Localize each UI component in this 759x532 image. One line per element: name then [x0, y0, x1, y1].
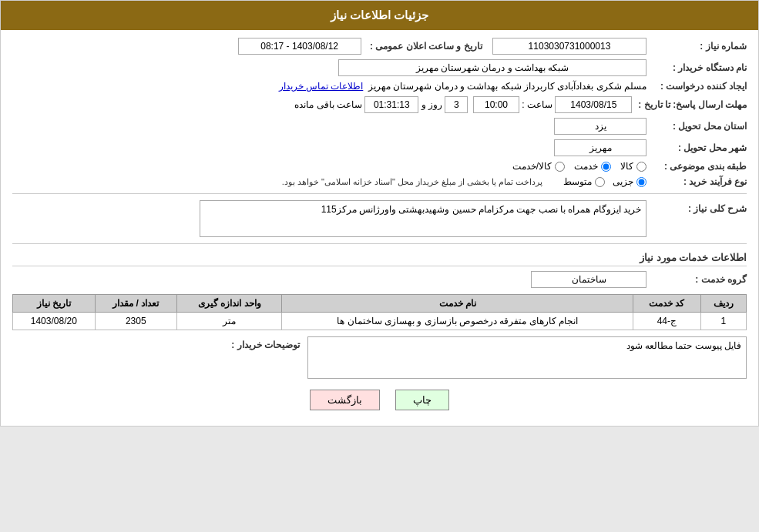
td-kod-khadamat: ج-44 — [633, 313, 701, 330]
page-header: جزئیات اطلاعات نیاز — [1, 1, 758, 30]
mohlat-saat-label: ساعت : — [522, 99, 552, 110]
sharh-value: خرید ایزوگام همراه با نصب جهت مرکزامام ح… — [321, 204, 641, 215]
row-mohlat: مهلت ارسال پاسخ: تا تاریخ : 1403/08/15 س… — [12, 96, 747, 113]
ijad-konande-label: ایجاد کننده درخواست : — [646, 81, 747, 92]
radio-mottavaset-label: متوسط — [563, 176, 592, 187]
tawzihat-box: فایل پیوست حتما مطالعه شود — [307, 336, 747, 379]
nooe-farayand-label: نوع فرآیند خرید : — [646, 176, 747, 187]
shahr-value: مهریز — [554, 139, 646, 156]
mohlat-saat-value: 10:00 — [473, 96, 519, 113]
khadamat-table: ردیف کد خدمت نام خدمت واحد اندازه گیری ت… — [12, 294, 747, 330]
row-tabaqe: طبقه بندی موضوعی : کالا خدمت کالا/خدمت — [12, 161, 747, 172]
table-head: ردیف کد خدمت نام خدمت واحد اندازه گیری ت… — [13, 295, 747, 313]
shahr-label: شهر محل تحویل : — [646, 142, 747, 153]
mohlat-label: مهلت ارسال پاسخ: تا تاریخ : — [632, 99, 747, 110]
radio-kala-khadamat-label: کالا/خدمت — [512, 161, 552, 172]
divider1 — [12, 193, 747, 194]
radio-khadamat-label: خدمت — [574, 161, 598, 172]
sharh-label: شرح کلی نیاز : — [646, 200, 747, 214]
mohlat-saat-mande-label: ساعت باقی مانده — [294, 99, 362, 110]
radio-khadamat-input[interactable] — [601, 162, 611, 172]
th-kod-khadamat: کد خدمت — [633, 295, 701, 313]
row-sharh: شرح کلی نیاز : خرید ایزوگام همراه با نصب… — [12, 200, 747, 237]
print-button[interactable]: چاپ — [395, 390, 449, 410]
tawzihat-value: فایل پیوست حتما مطالعه شود — [626, 340, 741, 351]
type-row: جزیی متوسط پرداخت تمام یا بخشی از مبلغ خ… — [282, 176, 646, 187]
td-name-khadamat: انجام کارهای متفرقه درخصوص بازسازی و بهس… — [282, 313, 633, 330]
th-name-khadamat: نام خدمت — [282, 295, 633, 313]
radio-mottavaset-input[interactable] — [595, 177, 605, 187]
mohlat-date: 1403/08/15 — [555, 96, 632, 113]
row-grooh-khadamat: گروه خدمت : ساختمان — [12, 271, 747, 288]
radio-mottavaset-item: متوسط — [563, 176, 605, 187]
name-dastgah-value: شبکه بهداشت و درمان شهرستان مهریز — [338, 59, 646, 76]
tarikh-value: 1403/08/12 - 08:17 — [238, 38, 361, 55]
th-vahed: واحد اندازه گیری — [177, 295, 282, 313]
grooh-khadamat-label: گروه خدمت : — [646, 274, 747, 285]
tawzihat-box-wrapper: فایل پیوست حتما مطالعه شود — [307, 336, 747, 379]
row-shomare-tarikh: شماره نیاز : 1103030731000013 تاریخ و سا… — [12, 38, 747, 55]
tawzihat-label: توضیحات خریدار : — [223, 336, 300, 350]
tarikh-label: تاریخ و ساعت اعلان عمومی : — [364, 41, 482, 52]
radio-kala-khadamat-item: کالا/خدمت — [512, 161, 565, 172]
td-tedad: 2305 — [95, 313, 176, 330]
tawzihat-wrapper: فایل پیوست حتما مطالعه شود توضیحات خریدا… — [223, 336, 747, 379]
radio-jazii-input[interactable] — [636, 177, 646, 187]
td-tarikh: 1403/08/20 — [13, 313, 96, 330]
tabaqe-label: طبقه بندی موضوعی : — [646, 161, 747, 172]
sharh-box: خرید ایزوگام همراه با نصب جهت مرکزامام ح… — [200, 200, 646, 237]
page-wrapper: جزئیات اطلاعات نیاز شماره نیاز : 1103030… — [0, 0, 759, 427]
khadamat-table-container: ردیف کد خدمت نام خدمت واحد اندازه گیری ت… — [12, 294, 747, 330]
ettelaat-tamas-link[interactable]: اطلاعات تماس خریدار — [279, 81, 364, 92]
ostan-value: یزد — [554, 118, 646, 135]
radio-kala-item: کالا — [620, 161, 646, 172]
ostan-label: استان محل تحویل : — [646, 121, 747, 132]
th-tedad: تعداد / مقدار — [95, 295, 176, 313]
mohlat-rooz-value: 3 — [445, 96, 468, 113]
khadamat-section-title: اطلاعات خدمات مورد نیاز — [12, 252, 747, 266]
td-radif: 1 — [700, 313, 746, 330]
radio-kala-label: کالا — [620, 161, 633, 172]
radio-kala-input[interactable] — [636, 162, 646, 172]
row-tawzihat: فایل پیوست حتما مطالعه شود توضیحات خریدا… — [12, 336, 747, 379]
nooe-farayand-desc: پرداخت تمام یا بخشی از مبلغ خریداز محل "… — [282, 177, 543, 187]
shomare-niaz-value: 1103030731000013 — [492, 38, 646, 55]
radio-jazii-label: جزیی — [613, 176, 633, 187]
row-ostan: استان محل تحویل : یزد — [12, 118, 747, 135]
radio-khadamat-item: خدمت — [574, 161, 611, 172]
header-title: جزئیات اطلاعات نیاز — [331, 8, 428, 22]
tabaqe-radio-group: کالا خدمت کالا/خدمت — [512, 161, 646, 172]
buttons-row: چاپ بازگشت — [12, 390, 747, 410]
table-body: 1 ج-44 انجام کارهای متفرقه درخصوص بازساز… — [13, 313, 747, 330]
divider2 — [12, 243, 747, 244]
td-vahed: متر — [177, 313, 282, 330]
table-row: 1 ج-44 انجام کارهای متفرقه درخصوص بازساز… — [13, 313, 747, 330]
row-shahr: شهر محل تحویل : مهریز — [12, 139, 747, 156]
radio-jazii-item: جزیی — [613, 176, 646, 187]
row-name-dastgah: نام دستگاه خریدار : شبکه بهداشت و درمان … — [12, 59, 747, 76]
radio-kala-khadamat-input[interactable] — [555, 162, 565, 172]
table-header-row: ردیف کد خدمت نام خدمت واحد اندازه گیری ت… — [13, 295, 747, 313]
row-nooe-farayand: نوع فرآیند خرید : جزیی متوسط پرداخت تمام… — [12, 176, 747, 187]
mohlat-rooz-label: روز و — [421, 99, 442, 110]
th-tarikh: تاریخ نیاز — [13, 295, 96, 313]
back-button[interactable]: بازگشت — [310, 390, 380, 410]
name-dastgah-label: نام دستگاه خریدار : — [646, 62, 747, 73]
ijad-konande-value: مسلم شکری بغدادآبادی کاربرداز شبکه بهداش… — [368, 81, 646, 92]
content-area: شماره نیاز : 1103030731000013 تاریخ و سا… — [1, 30, 758, 426]
mohlat-saat-mande-value: 01:31:13 — [364, 96, 418, 113]
row-ijad-konande: ایجاد کننده درخواست : مسلم شکری بغدادآبا… — [12, 81, 747, 92]
grooh-khadamat-value: ساختمان — [531, 271, 646, 288]
shomare-niaz-label: شماره نیاز : — [646, 41, 747, 52]
th-radif: ردیف — [700, 295, 746, 313]
